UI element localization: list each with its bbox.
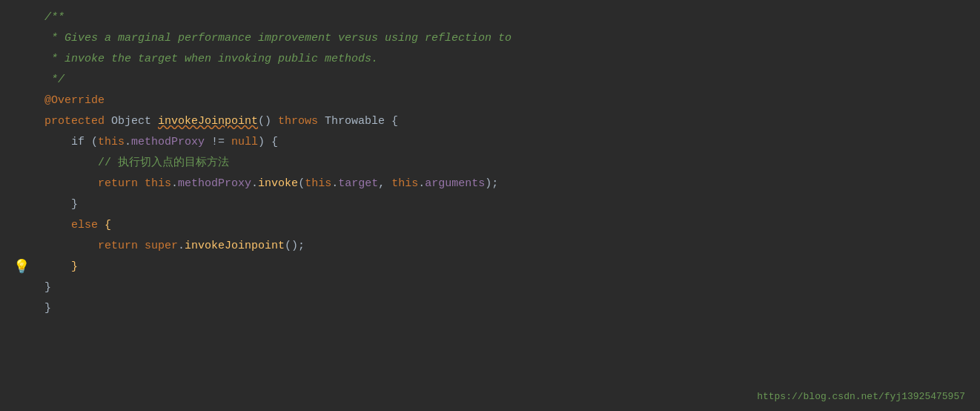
comment-line2: * Gives a marginal performance improveme… (44, 30, 511, 47)
this-keyword4: this (391, 175, 418, 193)
brace-close2: } (44, 279, 51, 297)
code-line-13: 💡 } (0, 257, 980, 277)
this-keyword3: this (305, 175, 331, 193)
keyword-if: if ( (44, 134, 98, 151)
type-throwable: Throwable (325, 113, 391, 131)
field-methodProxy2: methodProxy (178, 175, 251, 193)
code-line-1: /** (0, 7, 980, 28)
paren-open: () (258, 113, 278, 131)
method-invokeJoinpoint: invokeJoinpoint (158, 113, 258, 131)
semicolon1: ); (485, 175, 498, 193)
brace-open: { (391, 113, 398, 131)
annotation-override: @Override (44, 92, 105, 110)
code-line-14: } (0, 277, 980, 298)
semicolon2: (); (285, 237, 305, 255)
paren2: ( (298, 175, 305, 193)
keyword-super: super (145, 237, 178, 255)
comment-close: */ (44, 71, 64, 89)
brace-open-yellow: { (105, 217, 111, 234)
lightbulb-icon[interactable]: 💡 (13, 257, 30, 278)
comment-open: /** (44, 9, 64, 27)
code-line-2: * Gives a marginal performance improveme… (0, 28, 980, 49)
comment-line3: * invoke the target when invoking public… (44, 50, 378, 68)
operator-neq: != (205, 134, 231, 151)
this-keyword1: this (98, 134, 125, 151)
this-keyword2: this (145, 175, 171, 193)
method-invokeJoinpoint2: invokeJoinpoint (185, 237, 285, 255)
keyword-return1: return (44, 175, 145, 193)
code-line-15: } (0, 298, 980, 319)
code-line-9: return this.methodProxy.invoke(this.targ… (0, 174, 980, 194)
brace-close1: } (44, 196, 78, 214)
code-line-6: protected Object invokeJoinpoint() throw… (0, 111, 980, 132)
method-invoke: invoke (258, 175, 298, 193)
comma: , (378, 175, 391, 193)
code-line-10: } (0, 194, 980, 215)
type-object: Object (111, 113, 158, 131)
field-methodProxy1: methodProxy (131, 134, 205, 151)
url-watermark: https://blog.csdn.net/fyj13925475957 (757, 391, 965, 402)
comment-chinese: // 执行切入点的目标方法 (44, 154, 229, 172)
code-line-12: return super.invokeJoinpoint(); (0, 236, 980, 257)
code-line-5: @Override (0, 91, 980, 111)
code-line-4: */ (0, 70, 980, 91)
code-editor: /** * Gives a marginal performance impro… (0, 0, 980, 411)
field-arguments: arguments (425, 175, 485, 193)
dot4: . (331, 175, 338, 193)
keyword-else: else (44, 217, 105, 234)
dot3: . (251, 175, 258, 193)
keyword-throws: throws (278, 113, 325, 131)
code-line-11: else { (0, 215, 980, 236)
dot1: . (125, 134, 131, 151)
field-target: target (338, 175, 378, 193)
code-line-3: * invoke the target when invoking public… (0, 49, 980, 70)
dot5: . (418, 175, 425, 193)
brace-close-yellow: } (44, 258, 78, 276)
dot6: . (178, 237, 185, 255)
code-line-7: if (this.methodProxy != null) { (0, 132, 980, 153)
null-keyword: null (231, 134, 258, 151)
dot2: . (171, 175, 178, 193)
keyword-protected: protected (44, 113, 111, 131)
code-line-8: // 执行切入点的目标方法 (0, 153, 980, 174)
keyword-return2: return (44, 237, 145, 255)
paren-close-brace: ) { (258, 134, 278, 151)
brace-close3: } (44, 300, 51, 318)
